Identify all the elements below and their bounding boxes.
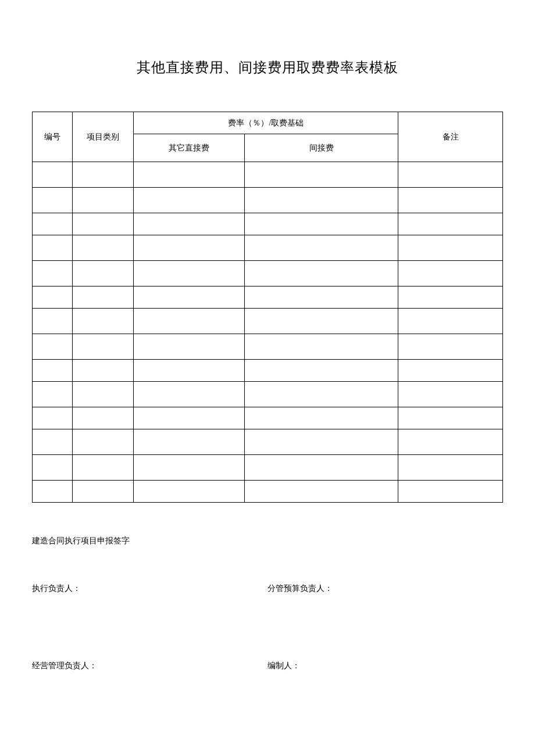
cell-other bbox=[134, 235, 244, 261]
cell-category bbox=[72, 213, 134, 235]
cell-other bbox=[134, 360, 244, 382]
header-category: 项目类别 bbox=[72, 112, 134, 162]
cell-indirect bbox=[244, 309, 398, 334]
cell-indirect bbox=[244, 407, 398, 429]
header-id: 编号 bbox=[33, 112, 73, 162]
cell-category bbox=[72, 429, 134, 455]
cell-notes bbox=[398, 162, 503, 188]
table-row bbox=[33, 455, 503, 481]
header-indirect: 间接费 bbox=[244, 134, 398, 162]
cell-id bbox=[33, 382, 73, 407]
document-title: 其他直接费用、间接费用取费费率表模板 bbox=[32, 58, 503, 77]
cell-indirect bbox=[244, 360, 398, 382]
fee-rate-table: 编号 项目类别 费率（％）/取费基础 备注 其它直接费 间接费 bbox=[32, 112, 503, 503]
cell-notes bbox=[398, 429, 503, 455]
table-row bbox=[33, 235, 503, 261]
cell-id bbox=[33, 481, 73, 503]
header-rate-group: 费率（％）/取费基础 bbox=[134, 112, 398, 134]
signature-author: 编制人： bbox=[268, 660, 503, 672]
cell-id bbox=[33, 360, 73, 382]
cell-other bbox=[134, 429, 244, 455]
cell-notes bbox=[398, 334, 503, 360]
table-row bbox=[33, 334, 503, 360]
cell-id bbox=[33, 309, 73, 334]
cell-category bbox=[72, 309, 134, 334]
cell-category bbox=[72, 188, 134, 213]
cell-indirect bbox=[244, 235, 398, 261]
cell-notes bbox=[398, 455, 503, 481]
signature-mgmt-lead: 经营管理负责人： bbox=[32, 660, 268, 672]
table-row bbox=[33, 360, 503, 382]
cell-notes bbox=[398, 360, 503, 382]
cell-id bbox=[33, 286, 73, 309]
cell-other bbox=[134, 309, 244, 334]
cell-id bbox=[33, 261, 73, 286]
cell-category bbox=[72, 455, 134, 481]
cell-id bbox=[33, 213, 73, 235]
cell-indirect bbox=[244, 261, 398, 286]
cell-notes bbox=[398, 188, 503, 213]
cell-notes bbox=[398, 235, 503, 261]
table-row bbox=[33, 429, 503, 455]
cell-category bbox=[72, 235, 134, 261]
table-row bbox=[33, 213, 503, 235]
cell-other bbox=[134, 382, 244, 407]
cell-other bbox=[134, 407, 244, 429]
table-row bbox=[33, 188, 503, 213]
cell-indirect bbox=[244, 382, 398, 407]
table-row bbox=[33, 162, 503, 188]
table-row bbox=[33, 407, 503, 429]
cell-id bbox=[33, 455, 73, 481]
cell-category bbox=[72, 407, 134, 429]
cell-category bbox=[72, 334, 134, 360]
cell-other bbox=[134, 334, 244, 360]
cell-id bbox=[33, 334, 73, 360]
cell-indirect bbox=[244, 455, 398, 481]
cell-indirect bbox=[244, 213, 398, 235]
signature-section: 建造合同执行项目申报签字 执行负责人： 分管预算负责人： 经营管理负责人： 编制… bbox=[32, 535, 503, 672]
cell-notes bbox=[398, 481, 503, 503]
table-row bbox=[33, 286, 503, 309]
cell-notes bbox=[398, 286, 503, 309]
header-notes: 备注 bbox=[398, 112, 503, 162]
cell-notes bbox=[398, 213, 503, 235]
cell-indirect bbox=[244, 188, 398, 213]
cell-notes bbox=[398, 407, 503, 429]
cell-notes bbox=[398, 382, 503, 407]
cell-notes bbox=[398, 261, 503, 286]
cell-category bbox=[72, 261, 134, 286]
cell-id bbox=[33, 162, 73, 188]
cell-indirect bbox=[244, 334, 398, 360]
table-row bbox=[33, 261, 503, 286]
cell-other bbox=[134, 455, 244, 481]
signature-intro: 建造合同执行项目申报签字 bbox=[32, 535, 503, 547]
cell-indirect bbox=[244, 481, 398, 503]
cell-id bbox=[33, 235, 73, 261]
table-row bbox=[33, 481, 503, 503]
table-row bbox=[33, 382, 503, 407]
cell-indirect bbox=[244, 286, 398, 309]
cell-id bbox=[33, 407, 73, 429]
cell-category bbox=[72, 481, 134, 503]
cell-category bbox=[72, 286, 134, 309]
cell-category bbox=[72, 382, 134, 407]
cell-other bbox=[134, 286, 244, 309]
cell-other bbox=[134, 481, 244, 503]
table-row bbox=[33, 309, 503, 334]
cell-other bbox=[134, 162, 244, 188]
signature-exec-lead: 执行负责人： bbox=[32, 582, 268, 595]
cell-id bbox=[33, 429, 73, 455]
cell-id bbox=[33, 188, 73, 213]
cell-category bbox=[72, 360, 134, 382]
signature-budget-lead: 分管预算负责人： bbox=[268, 582, 503, 595]
cell-category bbox=[72, 162, 134, 188]
cell-other bbox=[134, 261, 244, 286]
header-other-direct: 其它直接费 bbox=[134, 134, 244, 162]
cell-other bbox=[134, 213, 244, 235]
cell-indirect bbox=[244, 162, 398, 188]
cell-indirect bbox=[244, 429, 398, 455]
cell-other bbox=[134, 188, 244, 213]
cell-notes bbox=[398, 309, 503, 334]
